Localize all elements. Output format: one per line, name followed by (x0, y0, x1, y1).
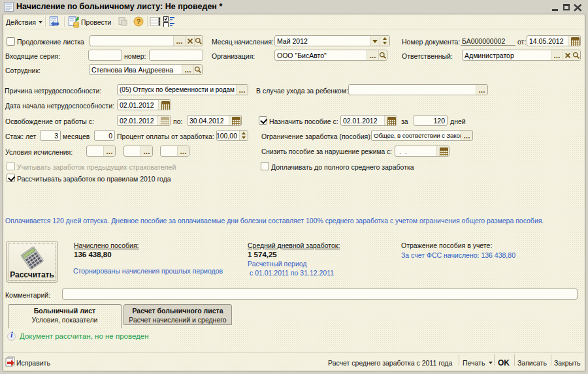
svg-text:?: ? (137, 18, 141, 25)
